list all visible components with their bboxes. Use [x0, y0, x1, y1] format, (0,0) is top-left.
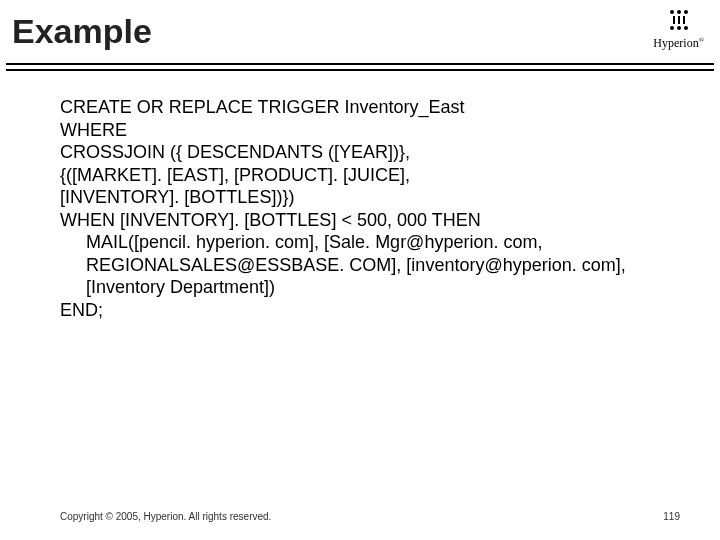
logo-text: Hyperion® — [653, 36, 704, 51]
slide-title: Example — [12, 12, 708, 51]
code-block: CREATE OR REPLACE TRIGGER Inventory_East… — [60, 96, 680, 321]
copyright-text: Copyright © 2005, Hyperion. All rights r… — [60, 511, 271, 522]
code-line: CROSSJOIN ({ DESCENDANTS ([YEAR])}, — [60, 141, 680, 164]
slide: Example Hyperion® CREATE OR REPLACE TRIG… — [0, 0, 720, 540]
code-line: CREATE OR REPLACE TRIGGER Inventory_East — [60, 96, 680, 119]
code-line: WHEN [INVENTORY]. [BOTTLES] < 500, 000 T… — [60, 209, 680, 232]
footer: Copyright © 2005, Hyperion. All rights r… — [60, 511, 680, 522]
divider-bottom — [6, 69, 714, 71]
code-line: END; — [60, 299, 680, 322]
code-line: WHERE — [60, 119, 680, 142]
code-line: [Inventory Department]) — [60, 276, 680, 299]
logo-trademark: ® — [699, 36, 704, 44]
code-line: {([MARKET]. [EAST], [PRODUCT]. [JUICE], — [60, 164, 680, 187]
code-line: MAIL([pencil. hyperion. com], [Sale. Mgr… — [60, 231, 680, 254]
logo-glyph-icon — [670, 10, 688, 30]
logo-name: Hyperion — [653, 36, 698, 50]
code-line: [INVENTORY]. [BOTTLES])}) — [60, 186, 680, 209]
hyperion-logo: Hyperion® — [653, 10, 704, 51]
divider-top — [6, 63, 714, 65]
page-number: 119 — [663, 511, 680, 522]
code-line: REGIONALSALES@ESSBASE. COM], [inventory@… — [60, 254, 680, 277]
title-row: Example — [12, 12, 708, 61]
